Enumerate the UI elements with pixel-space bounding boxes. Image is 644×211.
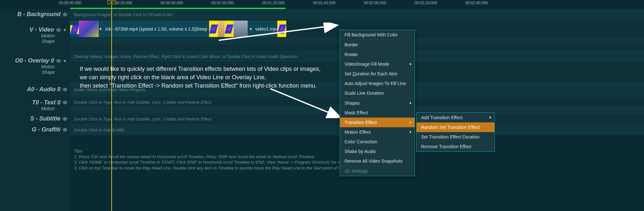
- ruler-tick-label: 00:01:40.000: [313, 1, 336, 5]
- track-sublabel-motion: Motion: [3, 64, 70, 70]
- clip-label: video1.mp4: [253, 26, 281, 32]
- eye-icon[interactable]: [62, 100, 68, 105]
- speaker-icon[interactable]: [63, 59, 68, 63]
- playhead-nudge-right[interactable]: +: [112, 0, 116, 4]
- eye-icon[interactable]: [62, 12, 68, 17]
- tips-line: 3. Click 'HOME' to Horizontal scroll Tim…: [74, 159, 341, 165]
- lane-placeholder: Overlay Videos, Images, Icons, Particle …: [74, 54, 298, 59]
- track-header-video[interactable]: V - Video Motion Shape: [0, 20, 70, 51]
- ruler-tick-label: 00:02:00.000: [364, 1, 386, 5]
- transition-marker[interactable]: A: [209, 21, 218, 37]
- track-title-text: V - Video: [30, 26, 54, 33]
- menu-fill-mode[interactable]: Video/Image Fill Mode: [340, 59, 415, 69]
- track-title-text: A0 - Audio 0: [27, 86, 60, 93]
- menu-mask-effect[interactable]: Mask Effect: [340, 108, 415, 118]
- ruler-tick-label: 00:01:00.000: [211, 1, 234, 5]
- speaker-icon[interactable]: [63, 28, 68, 32]
- track-sublabel-shape: Shape: [3, 70, 70, 75]
- help-line: If we would like to quickly set differen…: [80, 65, 320, 73]
- menu-motion-effect[interactable]: Motion Effect: [340, 127, 415, 137]
- menu-shake-by-audio[interactable]: Shake by Audio: [340, 147, 415, 156]
- track-title-text: B - Background: [17, 11, 60, 18]
- track-header-overlay0[interactable]: O0 - Overlay 0 Motion Shape: [0, 51, 70, 82]
- submenu-set-transition-duration[interactable]: Set Transition Effect Duration: [417, 132, 494, 142]
- transition-marker[interactable]: A: [225, 21, 234, 37]
- track-sublabel-motion: Motion: [3, 33, 70, 39]
- menu-fill-background[interactable]: Fill Background With Color: [340, 30, 415, 40]
- submenu-random-transition[interactable]: Random Set Transition Effect: [417, 122, 494, 132]
- svg-point-5: [64, 118, 66, 120]
- playhead-nudge-left[interactable]: -: [107, 0, 111, 4]
- svg-point-0: [64, 14, 66, 15]
- track-header-graffiti[interactable]: G - Graffiti: [0, 124, 70, 135]
- menu-auto-adjust[interactable]: Auto Adjust Images To Fill Line: [340, 79, 415, 88]
- clip-label: Ink - 67358.mp4 (speed x 1.00, volume x …: [103, 26, 209, 32]
- svg-point-1: [58, 29, 59, 31]
- help-line: then select "Transition Effect -> Random…: [80, 82, 320, 90]
- menu-set-duration-each[interactable]: Set Duration for Each Item: [340, 69, 415, 79]
- clip-thumbnail: [79, 21, 99, 37]
- submenu-add-transition[interactable]: Add Transition Effect: [417, 113, 494, 122]
- context-menu[interactable]: Fill Background With Color Border Rotate…: [340, 30, 415, 176]
- menu-border[interactable]: Border: [340, 40, 415, 50]
- video-clip[interactable]: [234, 21, 248, 37]
- track-sublabel-motion: Motion: [3, 106, 70, 111]
- svg-point-3: [64, 89, 66, 90]
- playhead-handle[interactable]: - +: [107, 0, 116, 5]
- tips-line: 1. Press 'Ctrl' and Scroll the mouse whe…: [74, 154, 341, 160]
- clip-thumbnail: [234, 21, 248, 37]
- lane-placeholder: Background Images, or Double Click to Fi…: [74, 12, 173, 17]
- submenu-remove-transition[interactable]: Remove Transition Effect: [417, 142, 494, 151]
- ruler-tick-label: 00:01:20.000: [262, 1, 285, 5]
- track-title-text: G - Graffiti: [32, 126, 60, 133]
- menu-shapes[interactable]: Shapes: [340, 98, 415, 108]
- track-header-subtitle[interactable]: S - Subtitle: [0, 113, 70, 124]
- help-line: we can simply right click on the blank a…: [80, 73, 320, 82]
- lane-background[interactable]: Background Images, or Double Click to Fi…: [70, 9, 644, 20]
- eye-icon[interactable]: [56, 58, 61, 63]
- eye-icon[interactable]: [62, 116, 68, 121]
- ruler-tick-label: 00:02:20.000: [415, 1, 437, 5]
- ruler-tick-label: 00:00:40.000: [161, 1, 183, 5]
- svg-point-6: [64, 129, 66, 130]
- menu-remove-snapshots[interactable]: Remove All Video Snapshots: [340, 156, 415, 166]
- menu-transition-effect[interactable]: Transition Effect: [340, 118, 415, 127]
- menu-rotate[interactable]: Rotate: [340, 50, 415, 59]
- menu-color-correction[interactable]: Color Correction: [340, 137, 415, 147]
- time-ruler[interactable]: 00:00:00.000 00:00:20.000 00:00:40.000 0…: [0, 0, 644, 8]
- svg-point-2: [58, 60, 59, 62]
- lane-placeholder: Double Click to Type Text or Add Subtitl…: [74, 100, 211, 104]
- track-headers-panel: B - Background V - Video Motion Shape O0…: [0, 9, 70, 211]
- tips-block: Tips: 1. Press 'Ctrl' and Scroll the mou…: [74, 148, 341, 171]
- ruler-tick-label: 00:02:40.000: [465, 1, 488, 5]
- track-header-audio0[interactable]: A0 - Audio 0: [0, 82, 70, 97]
- track-title-text: T0 - Text 0: [32, 99, 60, 106]
- help-overlay-text: If we would like to quickly set differen…: [80, 65, 320, 90]
- tips-heading: Tips:: [74, 148, 341, 154]
- speaker-icon: [99, 27, 103, 31]
- lane-placeholder: Double Click to Add Graffiti: [74, 127, 124, 132]
- transition-marker[interactable]: A: [70, 25, 79, 34]
- track-header-background[interactable]: B - Background: [0, 9, 70, 20]
- tips-line: 3. Click on top Time bar to move the Pla…: [74, 165, 341, 171]
- ruler-labels: 00:00:00.000 00:00:20.000 00:00:40.000 0…: [70, 0, 644, 8]
- track-sublabel-shape: Shape: [3, 39, 70, 44]
- playhead[interactable]: - +: [111, 5, 112, 211]
- ruler-tick-label: 00:00:00.000: [59, 1, 81, 5]
- eye-icon[interactable]: [56, 27, 61, 33]
- context-submenu-transition[interactable]: Add Transition Effect Random Set Transit…: [416, 112, 495, 152]
- svg-point-4: [64, 102, 66, 103]
- menu-scale-line[interactable]: Scale Line Duration: [340, 88, 415, 98]
- transition-marker[interactable]: A: [277, 21, 286, 37]
- track-header-text0[interactable]: T0 - Text 0 Motion: [0, 97, 70, 113]
- track-title-text: O0 - Overlay 0: [15, 57, 54, 64]
- track-title-text: S - Subtitle: [30, 115, 60, 122]
- eye-icon[interactable]: [62, 87, 68, 92]
- lane-placeholder: Double Click to Type Text or Add Subtitl…: [74, 116, 211, 121]
- video-clip[interactable]: A Ink - 67358.mp4 (speed x 1.00, volume …: [70, 21, 209, 37]
- speaker-icon: [249, 27, 253, 31]
- menu-3d-settings[interactable]: 3D Settings: [340, 166, 415, 176]
- eye-icon[interactable]: [62, 127, 68, 132]
